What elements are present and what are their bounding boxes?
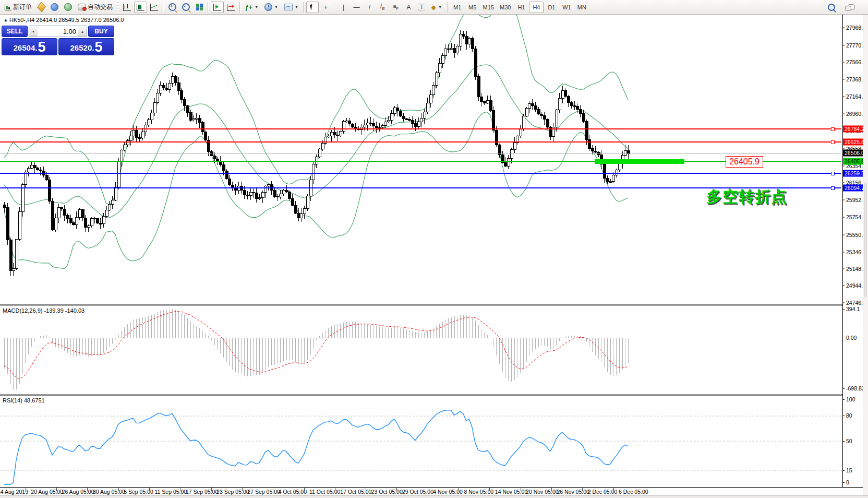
green-highlight-segment[interactable] xyxy=(595,159,684,164)
right-scrollbar[interactable] xyxy=(863,15,868,496)
timeframe-M1[interactable]: M1 xyxy=(450,2,465,13)
signals-button[interactable] xyxy=(62,2,75,13)
caret-icon: ▼ xyxy=(295,5,299,9)
autotrading-label: 自动交易 xyxy=(88,3,113,11)
equidistant-channel-button[interactable]: /E xyxy=(376,2,389,13)
hline-handle-26259.5[interactable] xyxy=(831,172,834,175)
caret-icon: ▼ xyxy=(438,5,442,9)
volume-increase-button[interactable]: ▲ xyxy=(78,26,87,37)
macd-tick-label: 0.00 xyxy=(846,335,857,341)
buy-button[interactable]: BUY xyxy=(88,26,114,37)
cursor-button[interactable] xyxy=(306,2,319,13)
new-order-button[interactable]: 新订单 xyxy=(2,2,34,13)
bollinger-lower xyxy=(4,112,628,268)
crosshair-button[interactable]: + xyxy=(319,2,332,13)
toolbar-grip xyxy=(117,2,119,13)
svg-text:26784.2: 26784.2 xyxy=(845,126,864,132)
templates-button[interactable]: ▼ xyxy=(282,2,302,13)
chart-shift-button[interactable] xyxy=(224,2,237,13)
vertical-line-button[interactable]: | xyxy=(337,2,349,13)
text-label-icon: T xyxy=(418,4,425,10)
indicators-button[interactable]: ƒ+▼ xyxy=(243,2,261,13)
main-toolbar: 新订单 自动交易 + - ƒ+▼ ▼ ▼ + | — / /E ≡F A T ◆… xyxy=(0,0,868,15)
separator xyxy=(239,2,240,13)
auto-scroll-icon xyxy=(213,4,221,11)
cursor-icon xyxy=(310,4,316,10)
macd-label: MACD(12,26,9) -139.39 -140.03 xyxy=(3,307,85,314)
date-tick-label: 8 Nov 05:00 xyxy=(464,489,494,495)
clock-icon xyxy=(264,3,272,11)
arrows-icon: ◆ xyxy=(431,4,436,11)
collapse-panel-icon[interactable]: ▲ xyxy=(4,18,8,22)
scrollbar-thumb[interactable] xyxy=(864,183,867,298)
search-button[interactable] xyxy=(825,2,838,13)
date-tick-label: 23 Sep 05:00 xyxy=(216,489,249,495)
timeframe-MN[interactable]: MN xyxy=(574,2,589,13)
timeframe-M5[interactable]: M5 xyxy=(465,2,480,13)
svg-text:26405.9: 26405.9 xyxy=(845,158,864,164)
sell-button[interactable]: SELL xyxy=(2,26,28,37)
timeframe-group: M1M5M15M30H1H4D1W1MN xyxy=(450,2,589,13)
candlestick-chart-button[interactable] xyxy=(134,2,147,13)
timeframe-M15[interactable]: M15 xyxy=(480,2,497,13)
separator xyxy=(334,2,335,13)
bar-chart-icon xyxy=(123,4,131,11)
svg-text:26259.5: 26259.5 xyxy=(845,170,864,176)
crosshair-icon: + xyxy=(324,4,328,11)
periods-button[interactable]: ▼ xyxy=(262,2,281,13)
one-click-trade-panel: SELL ▼ ▲ BUY 26504.5 26520.5 xyxy=(2,26,114,55)
fibonacci-button[interactable]: ≡F xyxy=(389,2,402,13)
date-tick-label: 14 Aug 2019 xyxy=(0,489,28,495)
caret-icon: ▼ xyxy=(255,5,259,9)
date-tick-label: 20 Nov 05:00 xyxy=(526,489,559,495)
date-tick-label: 17 Oct 05:00 xyxy=(340,489,371,495)
text-label-button[interactable]: T xyxy=(415,2,428,13)
community-button[interactable] xyxy=(48,2,61,13)
candlestick-icon xyxy=(137,4,144,11)
price-level-annotation-box[interactable]: 26405.9 xyxy=(726,156,763,168)
zoom-out-button[interactable]: - xyxy=(179,2,192,13)
date-tick-label: 17 Sep 05:00 xyxy=(186,489,219,495)
line-chart-icon xyxy=(150,4,158,11)
autotrading-button[interactable]: 自动交易 xyxy=(75,2,115,13)
hline-handle-26784.2[interactable] xyxy=(831,127,834,131)
bollinger-middle xyxy=(4,65,628,218)
market-watch-button[interactable] xyxy=(35,2,47,13)
buy-price-tile[interactable]: 26520.5 xyxy=(58,38,114,55)
sell-price-tile[interactable]: 26504.5 xyxy=(2,38,57,55)
timeframe-M30[interactable]: M30 xyxy=(497,2,513,13)
volume-input[interactable] xyxy=(38,26,78,37)
horizontal-line-button[interactable]: — xyxy=(350,2,363,13)
hline-handle-26094.7[interactable] xyxy=(831,186,834,189)
trendline-button[interactable]: / xyxy=(363,2,376,13)
caret-icon: ▼ xyxy=(274,5,279,9)
rsi-label: RSI(14) 48.6751 xyxy=(3,397,45,404)
macd-signal-line xyxy=(4,312,628,379)
tile-windows-button[interactable] xyxy=(193,2,206,13)
toolbar-right-group xyxy=(825,2,858,13)
date-tick-label: 14 Nov 05:00 xyxy=(495,489,528,495)
date-tick-label: 30 Aug 05:00 xyxy=(93,489,125,495)
separator xyxy=(208,2,209,13)
trendline-icon: / xyxy=(369,4,370,11)
hline-handle-26625.6[interactable] xyxy=(831,140,834,144)
date-tick-label: 26 Aug 05:00 xyxy=(62,489,94,495)
zoom-in-button[interactable]: + xyxy=(166,2,179,13)
date-tick-label: 6 Dec 05:00 xyxy=(619,489,648,495)
timeframe-H4[interactable]: H4 xyxy=(529,2,544,13)
timeframe-H1[interactable]: H1 xyxy=(514,2,528,13)
rsi-pane xyxy=(0,410,842,484)
volume-decrease-button[interactable]: ▼ xyxy=(29,26,38,37)
chart-canvas[interactable]: 27968.027770.027566.027368.027164.026960… xyxy=(0,0,868,498)
bar-chart-button[interactable] xyxy=(120,2,134,13)
arrows-button[interactable]: ◆▼ xyxy=(428,2,444,13)
text-button[interactable]: A xyxy=(402,2,415,13)
auto-scroll-button[interactable] xyxy=(211,2,224,13)
timeframe-W1[interactable]: W1 xyxy=(559,2,574,13)
signal-icon xyxy=(64,3,72,11)
chat-button[interactable] xyxy=(845,2,858,13)
separator xyxy=(303,2,304,13)
turning-point-note[interactable]: 多空转折点 xyxy=(706,186,787,208)
line-chart-button[interactable] xyxy=(148,2,161,13)
timeframe-D1[interactable]: D1 xyxy=(544,2,559,13)
